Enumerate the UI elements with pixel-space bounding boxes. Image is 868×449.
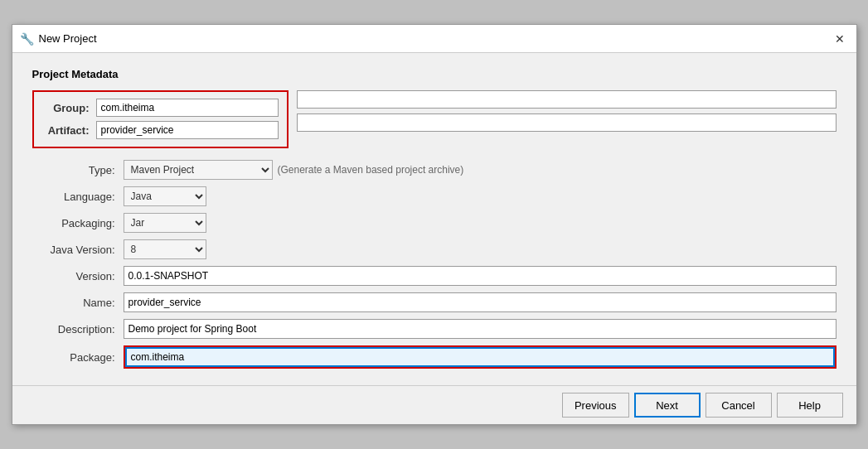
package-label: Package: — [32, 351, 124, 364]
java-version-select[interactable]: 8 — [124, 239, 206, 259]
group-input[interactable] — [96, 99, 279, 117]
artifact-input[interactable] — [96, 121, 279, 139]
dialog-icon: 🔧 — [21, 32, 34, 46]
language-row: Language: Java — [32, 186, 836, 206]
name-input[interactable] — [124, 292, 836, 312]
artifact-row: Artifact: — [42, 121, 279, 139]
section-title: Project Metadata — [32, 68, 836, 80]
packaging-label: Packaging: — [32, 217, 124, 229]
title-bar: 🔧 New Project ✕ — [12, 25, 856, 53]
description-row: Description: — [32, 319, 836, 339]
next-button[interactable]: Next — [634, 393, 701, 418]
name-row: Name: — [32, 292, 836, 312]
package-input[interactable] — [125, 347, 835, 367]
packaging-select[interactable]: Jar — [124, 213, 206, 233]
version-label: Version: — [32, 270, 124, 282]
language-label: Language: — [32, 191, 124, 203]
group-extra-input[interactable] — [297, 90, 836, 109]
artifact-label: Artifact: — [42, 124, 96, 137]
previous-button[interactable]: Previous — [562, 393, 629, 418]
java-version-label: Java Version: — [32, 244, 124, 256]
type-description: (Generate a Maven based project archive) — [278, 164, 464, 176]
artifact-extra-input[interactable] — [297, 113, 836, 132]
version-input[interactable] — [124, 266, 836, 286]
help-button[interactable]: Help — [777, 393, 843, 418]
java-version-row: Java Version: 8 — [32, 239, 836, 259]
package-box — [124, 345, 836, 369]
package-row: Package: — [32, 345, 836, 369]
dialog-title: New Project — [39, 32, 97, 45]
description-input[interactable] — [124, 319, 836, 339]
packaging-row: Packaging: Jar — [32, 213, 836, 233]
description-label: Description: — [32, 323, 124, 336]
language-select[interactable]: Java — [124, 186, 206, 206]
group-row: Group: — [42, 99, 279, 117]
type-select-group: Maven Project (Generate a Maven based pr… — [124, 160, 464, 180]
bottom-bar: Previous Next Cancel Help — [12, 385, 856, 424]
type-select[interactable]: Maven Project — [124, 160, 273, 180]
version-row: Version: — [32, 266, 836, 286]
title-bar-left: 🔧 New Project — [21, 32, 97, 46]
type-row: Type: Maven Project (Generate a Maven ba… — [32, 160, 836, 180]
name-label: Name: — [32, 297, 124, 309]
new-project-dialog: 🔧 New Project ✕ Project Metadata Group: … — [12, 24, 857, 425]
close-button[interactable]: ✕ — [832, 31, 848, 47]
dialog-body: Project Metadata Group: Artifact: — [12, 53, 856, 385]
type-label: Type: — [32, 164, 124, 176]
group-label: Group: — [42, 102, 96, 114]
cancel-button[interactable]: Cancel — [706, 393, 772, 418]
group-artifact-box: Group: Artifact: — [32, 90, 289, 148]
